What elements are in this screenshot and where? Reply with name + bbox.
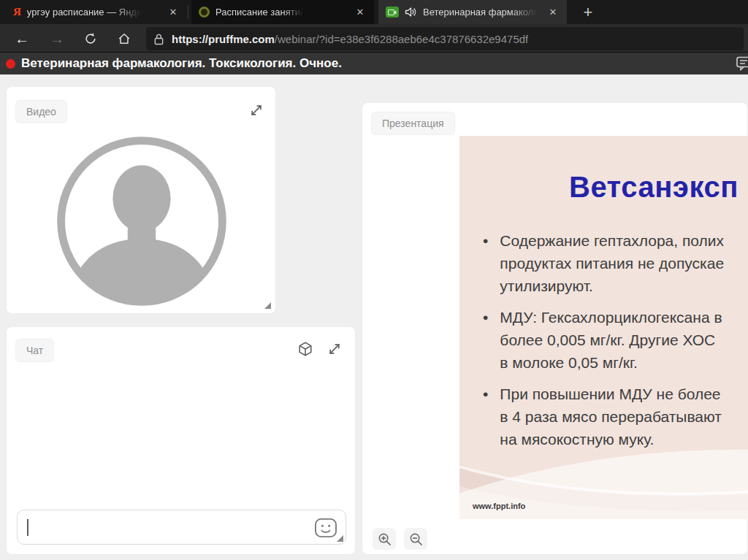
- bullet-line: МДУ: Гексахлорциклогексана в: [500, 306, 722, 329]
- webinar-page: { "browser": { "tabs": [ { "title": "ург…: [0, 0, 748, 560]
- slide-footer-url: www.fppt.info: [473, 502, 525, 510]
- tab-schedule[interactable]: Расписание занятий ✕: [191, 0, 374, 24]
- chat-panel: Чат: [6, 326, 356, 555]
- presentation-panel-label: Презентация: [371, 112, 455, 135]
- site-favicon-icon: [199, 7, 210, 18]
- close-tab-icon[interactable]: ✕: [546, 6, 560, 19]
- tab-title: Расписание занятий: [215, 7, 305, 18]
- url-path: /webinar/?id=e38e3f6288aeb6e4c37876632e9…: [275, 33, 528, 45]
- recording-indicator-icon: [6, 59, 15, 69]
- chat-message-input[interactable]: [17, 510, 346, 545]
- cube-3d-icon[interactable]: [295, 339, 316, 359]
- video-panel-label: Видео: [15, 100, 67, 123]
- url-text: https://pruffme.com/webinar/?id=e38e3f62…: [172, 33, 528, 45]
- tab-title: ургэу расписание — Яндекс: на: [27, 7, 144, 18]
- bullet-line: утилизируют.: [500, 275, 724, 297]
- bullet-line: продуктах питания не допускае: [500, 252, 724, 275]
- expand-chat-button[interactable]: [324, 339, 345, 359]
- emoji-picker-button[interactable]: [313, 517, 338, 539]
- audio-playing-icon[interactable]: [405, 7, 417, 18]
- presentation-slide: Ветсанэксп • Содержание гептахлора, поли…: [459, 136, 748, 519]
- tab-yandex-search[interactable]: Я ургэу расписание — Яндекс: на ✕: [6, 0, 187, 24]
- close-tab-icon[interactable]: ✕: [167, 6, 180, 19]
- webinar-header: Ветеринарная фармакология. Токсикология.…: [0, 53, 748, 74]
- video-panel: Видео: [6, 86, 276, 314]
- panel-resize-handle[interactable]: [264, 302, 271, 309]
- address-bar[interactable]: https://pruffme.com/webinar/?id=e38e3f62…: [146, 27, 744, 50]
- browser-toolbar: ← → https://pruffme.com/webinar/?id=e38e…: [0, 24, 748, 53]
- close-tab-icon[interactable]: ✕: [354, 6, 367, 19]
- tab-title: Ветеринарная фармаколог: [423, 7, 540, 18]
- avatar: [54, 134, 229, 309]
- slide-bullet: • МДУ: Гексахлорциклогексана в более 0,0…: [483, 306, 748, 374]
- presentation-panel: Презентация Ветсанэксп • Содержание гепт…: [362, 102, 748, 555]
- bullet-line: более 0,005 мг/кг. Другие ХОС: [500, 329, 722, 351]
- chat-panel-label: Чат: [15, 339, 54, 362]
- zoom-out-button[interactable]: [404, 528, 427, 550]
- input-resize-handle[interactable]: [337, 535, 343, 542]
- forward-button: →: [45, 27, 69, 50]
- lock-icon: [153, 33, 164, 45]
- reload-button[interactable]: [79, 27, 102, 50]
- yandex-icon: Я: [13, 6, 21, 18]
- bullet-line: Содержание гептахлора, полих: [500, 229, 724, 252]
- webcam-icon: [386, 7, 399, 18]
- bullet-line: в молоке 0,05 мг/кг.: [500, 351, 722, 374]
- slide-title: Ветсанэксп: [569, 171, 739, 204]
- chat-bubble-icon[interactable]: [736, 56, 748, 71]
- home-button[interactable]: [112, 27, 136, 50]
- tab-separator: [188, 5, 188, 19]
- zoom-in-button[interactable]: [373, 528, 396, 550]
- browser-tab-bar: Я ургэу расписание — Яндекс: на ✕ Распис…: [0, 0, 748, 24]
- url-host: https://pruffme.com: [172, 33, 275, 45]
- webinar-title: Ветеринарная фармакология. Токсикология.…: [21, 56, 342, 71]
- expand-video-button[interactable]: [246, 100, 267, 120]
- new-tab-button[interactable]: +: [577, 1, 599, 23]
- bullet-line: При повышении МДУ не более: [500, 383, 722, 405]
- text-caret: [27, 519, 28, 536]
- bullet-marker: •: [483, 306, 488, 374]
- bullet-marker: •: [483, 229, 488, 297]
- back-button[interactable]: ←: [10, 27, 34, 50]
- tab-webinar-active[interactable]: Ветеринарная фармаколог ✕: [378, 0, 567, 24]
- slide-bullet: • Содержание гептахлора, полих продуктах…: [483, 229, 748, 297]
